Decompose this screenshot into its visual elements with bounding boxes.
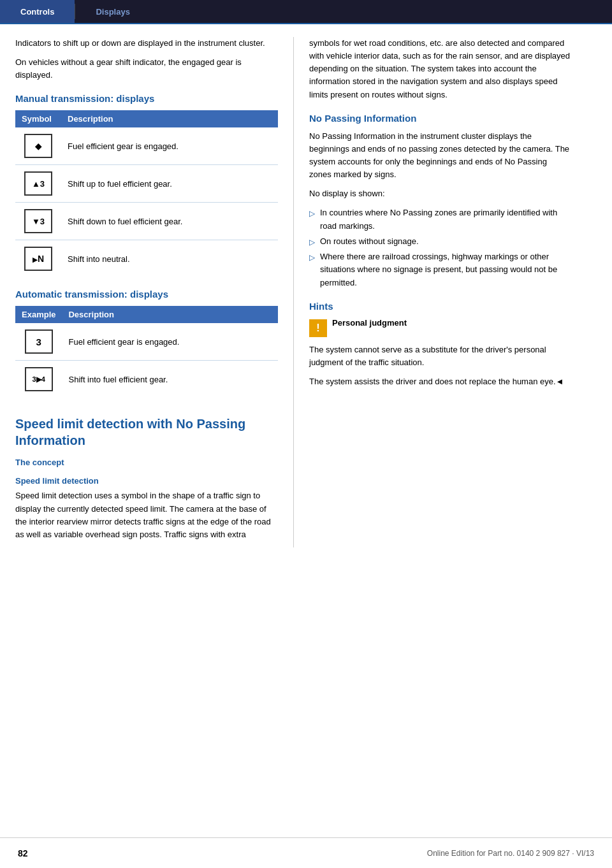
gear-symbol-neutral: N — [24, 247, 52, 271]
symbol-cell: 3 — [15, 165, 61, 203]
intro-para-2: On vehicles without a gear shift indicat… — [15, 56, 278, 82]
hint-text2: The system assists the driver and does n… — [309, 375, 571, 388]
page-number: 82 — [18, 848, 28, 858]
auto-transmission-heading: Automatic transmission: displays — [15, 289, 278, 300]
symbol-cell: 3 — [15, 203, 61, 240]
hint-content: Personal judgment — [332, 318, 571, 330]
no-passing-text: No Passing Information in the instrument… — [309, 130, 571, 182]
right-column: symbols for wet road conditions, etc. ar… — [293, 37, 586, 547]
intro-para-1: Indicators to shift up or down are displ… — [15, 37, 278, 50]
manual-col1-header: Symbol — [15, 110, 61, 127]
right-intro-text: symbols for wet road conditions, etc. ar… — [309, 37, 571, 101]
warning-icon: ! — [309, 319, 327, 337]
gear-symbol-3: 3 — [25, 329, 53, 354]
auto-col2-header: Description — [62, 306, 278, 323]
desc-cell: Shift into fuel efficient gear. — [62, 361, 278, 398]
auto-col1-header: Example — [15, 306, 62, 323]
manual-transmission-heading: Manual transmission: displays — [15, 93, 278, 104]
bullet-arrow-icon: ▷ — [309, 236, 315, 249]
no-passing-heading: No Passing Information — [309, 113, 571, 124]
desc-cell: Shift up to fuel efficient gear. — [61, 165, 278, 203]
concept-heading: The concept — [15, 458, 278, 467]
table-row: N Shift into neutral. — [15, 240, 278, 278]
symbol-cell — [15, 127, 61, 165]
list-item: ▷ Where there are railroad crossings, hi… — [309, 250, 571, 289]
footer-text: Online Edition for Part no. 0140 2 909 8… — [427, 849, 594, 858]
top-navigation: Controls Displays — [0, 0, 612, 23]
list-item: ▷ On routes without signage. — [309, 235, 571, 249]
table-row: Fuel efficient gear is engaged. — [15, 127, 278, 165]
gear-symbol-up3: 3 — [24, 171, 52, 196]
hint-text: The system cannot serve as a substitute … — [309, 344, 571, 369]
symbol-cell: 3▶4 — [15, 361, 62, 398]
hint-title: Personal judgment — [332, 318, 571, 328]
desc-cell: Shift into neutral. — [61, 240, 278, 278]
bullet-arrow-icon: ▷ — [309, 252, 315, 264]
no-display-bullets: ▷ In countries where No Passing zones ar… — [309, 206, 571, 289]
hints-heading: Hints — [309, 301, 571, 312]
major-section-heading: Speed limit detection with No Passing In… — [15, 416, 278, 449]
manual-transmission-table: Symbol Description Fuel efficie — [15, 110, 278, 277]
page-content: Indicators to shift up or down are displ… — [0, 24, 612, 586]
tab-controls[interactable]: Controls — [0, 0, 75, 23]
hint-box: ! Personal judgment — [309, 318, 571, 337]
desc-cell: Fuel efficient gear is engaged. — [62, 323, 278, 361]
symbol-cell: N — [15, 240, 61, 278]
page-footer: 82 Online Edition for Part no. 0140 2 90… — [0, 837, 612, 868]
speed-limit-heading: Speed limit detection — [15, 476, 278, 486]
table-row: 3 Shift down to fuel efficient gear. — [15, 203, 278, 240]
gear-symbol-34: 3▶4 — [25, 367, 53, 391]
no-display-label: No display is shown: — [309, 187, 571, 200]
left-column: Indicators to shift up or down are displ… — [0, 37, 293, 547]
auto-transmission-table: Example Description 3 Fuel effic — [15, 306, 278, 398]
gear-symbol-diamond — [24, 134, 52, 158]
desc-cell: Shift down to fuel efficient gear. — [61, 203, 278, 240]
table-row: 3 Shift up to fuel efficient gear. — [15, 165, 278, 203]
desc-cell: Fuel efficient gear is engaged. — [61, 127, 278, 165]
table-row: 3▶4 Shift into fuel efficient gear. — [15, 361, 278, 398]
list-item: ▷ In countries where No Passing zones ar… — [309, 206, 571, 232]
gear-symbol-down3: 3 — [24, 209, 52, 233]
speed-limit-text: Speed limit detection uses a symbol in t… — [15, 489, 278, 541]
symbol-cell: 3 — [15, 323, 62, 361]
tab-displays[interactable]: Displays — [75, 0, 150, 23]
table-row: 3 Fuel efficient gear is engaged. — [15, 323, 278, 361]
bullet-arrow-icon: ▷ — [309, 208, 315, 220]
manual-col2-header: Description — [61, 110, 278, 127]
